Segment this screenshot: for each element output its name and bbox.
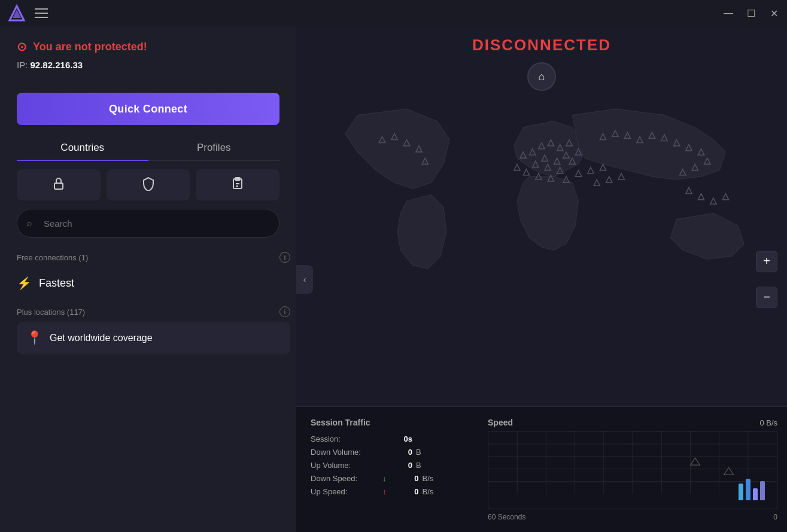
svg-marker-39: [594, 180, 600, 186]
collapse-button[interactable]: ‹: [296, 265, 313, 294]
legend-bar-4: [760, 481, 765, 500]
up-speed-label: Up Speed:: [311, 487, 382, 496]
maximize-button[interactable]: ☐: [745, 7, 757, 19]
svg-marker-37: [588, 168, 594, 174]
svg-marker-45: [722, 194, 728, 200]
search-container: ⌕: [17, 209, 279, 238]
down-speed-value: 0: [389, 474, 419, 483]
titlebar: — ☐ ✕: [0, 0, 787, 26]
up-speed-value: 0: [389, 487, 419, 496]
search-input[interactable]: [17, 209, 279, 238]
map-pin-icon: 📍: [26, 330, 42, 346]
legend-bar-2: [746, 479, 750, 500]
worldwide-text: Get worldwide coverage: [50, 333, 153, 343]
chart-right-value: 0: [773, 513, 777, 521]
plus-locations-info-icon[interactable]: i: [279, 306, 290, 317]
session-row: Session: 0s: [311, 434, 473, 443]
svg-marker-38: [600, 164, 606, 170]
session-traffic-title: Session Traffic: [311, 418, 473, 427]
up-volume-row: Up Volume: 0 B: [311, 461, 473, 470]
protection-area: ⊙ You are not protected! IP: 92.82.216.3…: [0, 26, 296, 80]
warning-icon: ⊙: [17, 39, 27, 54]
legend-bar-1: [739, 484, 743, 500]
warning-text: You are not protected!: [33, 41, 147, 53]
filter-lock-button[interactable]: [17, 169, 101, 200]
up-volume-label: Up Volume:: [311, 461, 382, 470]
tab-countries[interactable]: Countries: [17, 136, 148, 160]
up-speed-unit: B/s: [423, 487, 434, 496]
session-traffic-panel: Session Traffic Session: 0s Down Volume:…: [296, 407, 488, 532]
speed-chart-container: [488, 431, 777, 509]
session-label: Session:: [311, 434, 382, 443]
chart-time-label: 60 Seconds: [488, 513, 525, 521]
left-panel: ⊙ You are not protected! IP: 92.82.216.3…: [0, 26, 296, 532]
quick-connect-button[interactable]: Quick Connect: [17, 93, 279, 125]
free-connections-info-icon[interactable]: i: [279, 252, 290, 263]
ip-value: 92.82.216.33: [31, 60, 83, 70]
down-speed-unit: B/s: [423, 474, 434, 483]
plus-locations-label: Plus locations (117): [17, 308, 85, 317]
right-panel: DISCONNECTED ‹ ⌂: [296, 26, 787, 532]
filter-row: [17, 169, 279, 200]
close-button[interactable]: ✕: [768, 7, 780, 19]
plus-locations-header: Plus locations (117) i: [17, 299, 290, 322]
speed-header: Speed 0 B/s: [488, 418, 777, 427]
svg-marker-42: [686, 187, 692, 193]
filter-shield-button[interactable]: [107, 169, 190, 200]
down-volume-label: Down Volume:: [311, 448, 382, 457]
server-list[interactable]: Free connections (1) i ⚡ Fastest Plus lo…: [0, 246, 296, 532]
stats-bar: Session Traffic Session: 0s Down Volume:…: [296, 406, 787, 532]
tabs-row: Countries Profiles: [17, 136, 279, 161]
chart-grid: [488, 431, 777, 494]
window-controls: — ☐ ✕: [722, 7, 780, 19]
free-connections-label: Free connections (1): [17, 253, 88, 262]
fastest-label: Fastest: [39, 277, 74, 290]
svg-marker-44: [710, 198, 716, 204]
svg-marker-43: [698, 194, 704, 200]
svg-marker-32: [523, 169, 529, 175]
app-logo: [7, 4, 26, 23]
down-volume-unit: B: [416, 448, 421, 457]
svg-marker-36: [575, 171, 581, 177]
down-arrow-icon: ↓: [382, 474, 387, 483]
ip-label: IP:: [17, 60, 28, 70]
home-icon: ⌂: [539, 71, 545, 83]
speed-title: Speed: [488, 418, 513, 427]
shield-icon: [141, 177, 156, 194]
tab-profiles[interactable]: Profiles: [148, 136, 280, 160]
speed-chart-panel: Speed 0 B/s: [488, 407, 787, 532]
up-arrow-icon: ↑: [382, 487, 387, 496]
zoom-out-button[interactable]: −: [756, 287, 777, 308]
filter-clipboard-button[interactable]: [196, 169, 279, 200]
worldwide-card[interactable]: 📍 Get worldwide coverage: [17, 322, 290, 354]
down-speed-label: Down Speed:: [311, 474, 382, 483]
main-layout: ⊙ You are not protected! IP: 92.82.216.3…: [0, 26, 787, 532]
home-button[interactable]: ⌂: [527, 62, 556, 91]
chevron-left-icon: ‹: [303, 275, 306, 284]
titlebar-left: [7, 4, 48, 23]
svg-marker-64: [690, 458, 700, 465]
lightning-icon: ⚡: [17, 276, 32, 290]
up-volume-unit: B: [416, 461, 421, 470]
chart-legend-bars: [739, 476, 765, 500]
svg-marker-65: [724, 467, 734, 475]
down-speed-row: Down Speed: ↓ 0 B/s: [311, 474, 473, 483]
svg-marker-31: [514, 164, 520, 170]
legend-bar-3: [753, 488, 758, 500]
svg-marker-41: [618, 174, 624, 180]
down-volume-value: 0: [382, 448, 412, 457]
zoom-controls: + −: [756, 251, 777, 308]
lock-icon: [51, 177, 66, 194]
zoom-in-button[interactable]: +: [756, 251, 777, 272]
free-connections-header: Free connections (1) i: [17, 246, 290, 267]
connection-status: DISCONNECTED: [472, 36, 611, 54]
chart-bottom-labels: 60 Seconds 0: [488, 513, 777, 521]
status-bar: DISCONNECTED: [296, 26, 787, 64]
down-volume-row: Down Volume: 0 B: [311, 448, 473, 457]
svg-marker-40: [606, 177, 612, 183]
ip-line: IP: 92.82.216.33: [17, 60, 279, 70]
session-value: 0s: [382, 434, 412, 443]
fastest-server-item[interactable]: ⚡ Fastest: [17, 267, 290, 299]
hamburger-menu[interactable]: [35, 8, 48, 18]
minimize-button[interactable]: —: [722, 7, 734, 19]
